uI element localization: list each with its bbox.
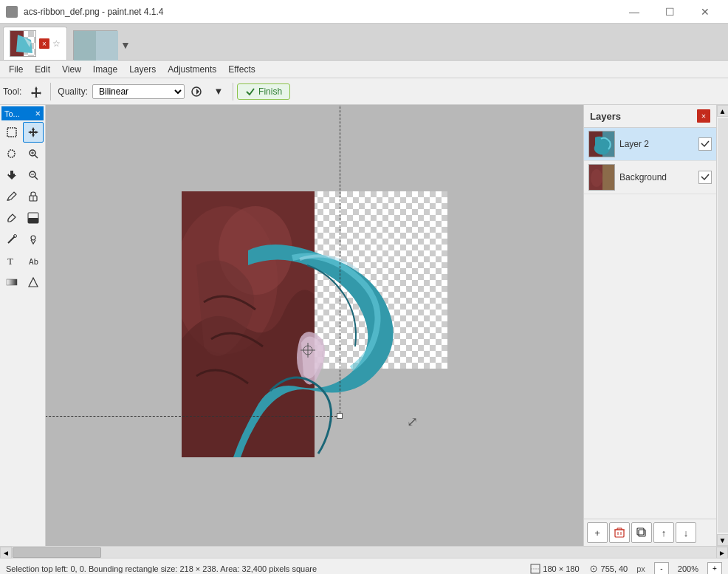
layer-thumbnail-layer2: [588, 131, 615, 157]
zoom-increase-button[interactable]: +: [707, 562, 722, 575]
tab-close-button[interactable]: ×: [39, 38, 49, 49]
more-options-button[interactable]: ▼: [208, 81, 229, 102]
toolbar-separator-1: [50, 83, 51, 100]
svg-rect-47: [639, 530, 645, 536]
tool-recolor[interactable]: Ab: [23, 250, 44, 271]
tab-dropdown-icon[interactable]: ▼: [120, 39, 131, 51]
status-position: 755, 40: [588, 564, 628, 574]
svg-point-52: [593, 568, 594, 570]
layer-visibility-background[interactable]: [698, 171, 712, 184]
finish-button[interactable]: Finish: [237, 83, 290, 100]
tool-brush[interactable]: [1, 229, 22, 250]
tool-move-button[interactable]: [26, 81, 47, 102]
unit-label: px: [636, 564, 645, 573]
layers-duplicate-button[interactable]: [631, 522, 652, 543]
horizontal-scrollbar-bar: ◄ ►: [0, 546, 728, 558]
layer-item-background[interactable]: Background: [584, 161, 716, 194]
layers-close-button[interactable]: ×: [697, 109, 710, 123]
toolbar-separator-2: [233, 83, 233, 100]
svg-marker-28: [29, 278, 38, 287]
svg-text:Ab: Ab: [29, 257, 38, 267]
tool-grid: T Ab: [1, 122, 44, 293]
tool-zoom-out[interactable]: [23, 165, 44, 185]
layers-title: Layers: [590, 111, 621, 122]
image-tab-bar: × ☆ ▼: [0, 24, 728, 61]
tool-pencil[interactable]: [1, 186, 22, 207]
tab-favorite-icon[interactable]: ☆: [52, 38, 61, 49]
layers-panel: Layers × Layer 2: [583, 105, 716, 546]
svg-text:T: T: [7, 256, 13, 267]
tool-label: Tool:: [3, 86, 21, 97]
tool-text[interactable]: T: [1, 250, 22, 271]
status-selection-info: Selection top left: 0, 0. Bounding recta…: [6, 564, 317, 573]
layer-thumbnail-background: [588, 164, 615, 191]
tool-paintbucket[interactable]: [1, 208, 22, 228]
canvas-viewport: ⤢: [46, 105, 583, 546]
svg-rect-48: [637, 528, 644, 535]
layers-add-button[interactable]: +: [587, 522, 608, 543]
h-scroll-thumb[interactable]: [13, 547, 101, 558]
finish-label: Finish: [258, 86, 282, 97]
scroll-up-button[interactable]: ▲: [717, 105, 729, 117]
image-tab-active[interactable]: × ☆: [3, 27, 67, 60]
title-bar: acs-ribbon_def.png - paint.net 4.1.4 — ☐…: [0, 0, 728, 24]
maximize-button[interactable]: ☐: [653, 0, 687, 24]
quality-select[interactable]: Bilinear Nearest Neighbor Bicubic: [92, 84, 185, 99]
tool-eraser[interactable]: [23, 186, 44, 207]
position-value: 755, 40: [601, 564, 628, 573]
zoom-level: 200%: [678, 564, 698, 573]
zoom-decrease-button[interactable]: -: [654, 562, 669, 575]
layers-list: Layer 2 Background: [584, 128, 716, 519]
tool-rectangle-select[interactable]: [1, 122, 22, 143]
rotate-options-button[interactable]: [186, 81, 207, 102]
artwork-canvas: [182, 191, 447, 457]
tool-lasso-select[interactable]: [1, 143, 22, 164]
tool-clone-stamp[interactable]: [23, 229, 44, 250]
toolbar: Tool: Quality: Bilinear Nearest Neighbor…: [0, 78, 728, 105]
canvas-area[interactable]: ⤢: [46, 105, 583, 546]
layer-item-layer2[interactable]: Layer 2: [584, 128, 716, 161]
scroll-left-button[interactable]: ◄: [0, 547, 12, 558]
scroll-right-button[interactable]: ►: [716, 547, 728, 558]
menu-edit[interactable]: Edit: [29, 63, 56, 76]
minimize-button[interactable]: —: [617, 0, 651, 24]
dimensions-icon: [530, 564, 540, 574]
tool-zoom[interactable]: [23, 143, 44, 164]
svg-rect-4: [74, 31, 96, 61]
tool-pan[interactable]: [1, 165, 22, 185]
svg-rect-43: [615, 530, 624, 537]
svg-line-15: [35, 177, 38, 180]
svg-rect-27: [7, 279, 17, 285]
menu-layers[interactable]: Layers: [123, 63, 162, 76]
layer-visibility-layer2[interactable]: [698, 137, 712, 151]
layers-toolbar: + ↑ ↓: [584, 519, 716, 546]
layers-move-up-button[interactable]: ↑: [653, 522, 674, 543]
tab-extra-thumb: [73, 30, 117, 60]
svg-point-24: [31, 236, 35, 240]
layers-delete-button[interactable]: [609, 522, 630, 543]
menu-effects[interactable]: Effects: [222, 63, 261, 76]
layers-panel-container: Layers × Layer 2: [583, 105, 728, 546]
dimensions-value: 180 × 180: [543, 564, 579, 573]
toolbox-close-button[interactable]: ×: [35, 108, 41, 119]
menu-image[interactable]: Image: [87, 63, 123, 76]
svg-marker-9: [28, 127, 38, 137]
scroll-thumb[interactable]: [718, 118, 728, 533]
menu-view[interactable]: View: [56, 63, 87, 76]
layer-name-background: Background: [619, 172, 694, 182]
tool-gradient[interactable]: [1, 272, 22, 293]
tool-color-picker[interactable]: [23, 208, 44, 228]
tool-shapes[interactable]: [23, 272, 44, 293]
close-button[interactable]: ✕: [688, 0, 722, 24]
layers-scrollbar[interactable]: ▲ ▼: [716, 105, 728, 546]
scroll-down-button[interactable]: ▼: [717, 534, 729, 546]
tool-move[interactable]: [23, 122, 44, 143]
layers-move-down-button[interactable]: ↓: [676, 522, 696, 543]
menu-bar: File Edit View Image Layers Adjustments …: [0, 61, 728, 78]
menu-file[interactable]: File: [3, 63, 29, 76]
svg-rect-8: [7, 128, 16, 137]
tab-thumbnail: [10, 30, 36, 57]
menu-adjustments[interactable]: Adjustments: [162, 63, 222, 76]
h-scroll-track[interactable]: [12, 547, 716, 558]
svg-point-42: [591, 169, 602, 187]
